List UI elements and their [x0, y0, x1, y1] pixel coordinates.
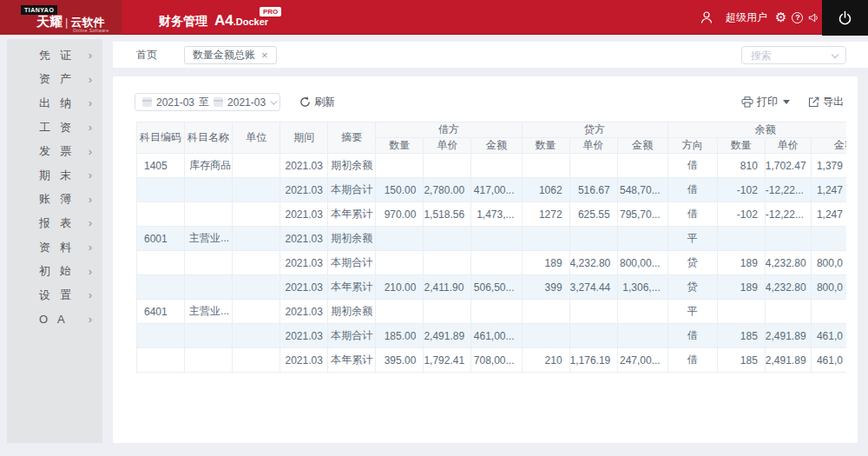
cell: 4,232.80 — [765, 275, 811, 300]
table-row[interactable]: 1405库存商品2021.03期初余额借8101,702.471,379 — [137, 154, 847, 178]
cell: 185.00 — [376, 324, 424, 348]
cell — [569, 154, 617, 178]
sidebar-item-label: 初始 — [39, 263, 81, 279]
username[interactable]: 超级用户 — [726, 10, 767, 25]
cell — [569, 324, 617, 348]
table-row[interactable]: 6001主营业...2021.03期初余额平 — [137, 227, 847, 251]
search-input[interactable] — [741, 46, 846, 64]
tab-title: 数量金额总账 — [193, 48, 255, 63]
table-row[interactable]: 2021.03本期合计150.002,780.00417,00...106251… — [137, 178, 847, 202]
horn-icon[interactable] — [808, 12, 819, 23]
cell — [233, 154, 280, 178]
calendar-icon — [142, 97, 152, 107]
table-row[interactable]: 6401主营业...2021.03期初余额平 — [137, 300, 847, 324]
cell: 399 — [522, 275, 569, 300]
table-container: 科目编码 科目名称 单位 期间 摘要 借方 贷方 余额 数量 单价 金额 数量 … — [136, 122, 846, 378]
sidebar-item-books[interactable]: 账簿› — [7, 188, 102, 212]
sidebar-item-salary[interactable]: 工资› — [7, 116, 102, 140]
sidebar-item-invoice[interactable]: 发票› — [7, 139, 102, 163]
sidebar-item-data[interactable]: 资料› — [7, 235, 102, 260]
cell: 6401 — [137, 300, 185, 324]
cell: 2021.03 — [280, 300, 328, 324]
cell: 2021.03 — [280, 251, 328, 275]
cell — [522, 154, 569, 178]
cell — [185, 275, 233, 300]
cell: 548,70... — [617, 178, 667, 202]
cell: 主营业... — [185, 227, 233, 251]
cell: 本期合计 — [328, 324, 376, 348]
sidebar-item-period-end[interactable]: 期末› — [7, 163, 102, 188]
cell — [185, 251, 233, 275]
table-row[interactable]: 2021.03本年累计970.001,518.561,473,...127262… — [137, 202, 847, 227]
sidebar-item-label: 资料 — [39, 240, 81, 255]
sidebar-item-voucher[interactable]: 凭证› — [7, 43, 102, 68]
col-header-period: 期间 — [280, 122, 328, 154]
cell — [185, 202, 233, 227]
cell: 贷 — [667, 275, 717, 300]
breadcrumb-home[interactable]: 首页 — [136, 42, 157, 68]
sidebar-item-settings[interactable]: 设置› — [7, 283, 102, 307]
calendar-icon — [214, 97, 223, 107]
cell: 3,274.44 — [569, 275, 617, 300]
cell — [137, 324, 185, 348]
table-row[interactable]: 2021.03本期合计185.002,491.89461,00...借1852,… — [137, 324, 847, 348]
chevron-right-icon: › — [89, 193, 92, 206]
sidebar-item-label: 期末 — [39, 168, 81, 183]
cell: 1,702.47 — [765, 154, 811, 178]
cell — [137, 275, 185, 300]
cell — [424, 251, 471, 275]
user-icon[interactable] — [700, 10, 713, 24]
cell: 2021.03 — [280, 348, 328, 373]
cell: 期初余额 — [328, 154, 376, 178]
help-icon[interactable]: ? — [792, 12, 803, 23]
cell — [233, 348, 280, 373]
cell: 1272 — [522, 202, 569, 227]
cell — [137, 178, 185, 202]
cell: 本年累计 — [328, 275, 376, 300]
close-icon[interactable]: × — [261, 50, 268, 61]
cell — [471, 227, 522, 251]
cell — [617, 324, 667, 348]
table-row[interactable]: 2021.03本年累计395.001,792.41708,00...2101,1… — [137, 348, 847, 373]
sidebar-item-initial[interactable]: 初始› — [7, 259, 102, 283]
print-button[interactable]: 打印 — [741, 95, 790, 109]
printer-icon — [741, 96, 753, 108]
sidebar-item-oa[interactable]: OA› — [7, 307, 102, 332]
date-from: 2021-03 — [156, 96, 194, 109]
gear-icon[interactable]: ⚙ — [775, 10, 786, 25]
export-label: 导出 — [823, 95, 844, 109]
cell: 本期合计 — [328, 251, 376, 275]
tab-quantity-ledger[interactable]: 数量金额总账 × — [184, 46, 277, 64]
cell: 4,232.80 — [765, 251, 811, 275]
cell: 1,518.56 — [424, 202, 471, 227]
cell: 1,473,... — [471, 202, 522, 227]
power-button[interactable] — [822, 0, 868, 36]
export-icon — [808, 96, 819, 108]
export-button[interactable]: 导出 — [808, 95, 844, 109]
logo: TIANYAO 天耀|云软件 Online Software — [0, 0, 122, 35]
sidebar-item-reports[interactable]: 报表› — [7, 211, 102, 235]
cell: 1,247 — [811, 202, 846, 227]
cell — [471, 154, 522, 178]
cell: 1,306,... — [617, 275, 667, 300]
nav-finance[interactable]: 财务管理 — [159, 14, 207, 30]
cell: 506,50... — [471, 275, 522, 300]
cell: 本年累计 — [328, 202, 376, 227]
cell — [137, 202, 185, 227]
table-row[interactable]: 2021.03本年累计210.002,411.90506,50...3993,2… — [137, 275, 847, 300]
caret-down-icon — [783, 100, 790, 104]
cell — [765, 300, 811, 324]
cell: -102 — [717, 202, 765, 227]
col-header-code: 科目编码 — [137, 122, 185, 154]
sidebar-item-cashier[interactable]: 出纳› — [7, 91, 102, 116]
date-range-picker[interactable]: 2021-03 至 2021-03 — [135, 93, 280, 111]
cell: 借 — [667, 178, 717, 202]
refresh-button[interactable]: 刷新 — [299, 93, 335, 111]
sidebar-item-assets[interactable]: 资产› — [7, 68, 102, 92]
cell: 主营业... — [185, 300, 233, 324]
cell: 平 — [667, 227, 717, 251]
cell: 1,247 — [811, 178, 846, 202]
cell: 708,00... — [471, 348, 522, 373]
table-row[interactable]: 2021.03本期合计1894,232.80800,00...贷1894,232… — [137, 251, 847, 275]
cell: 期初余额 — [328, 227, 376, 251]
